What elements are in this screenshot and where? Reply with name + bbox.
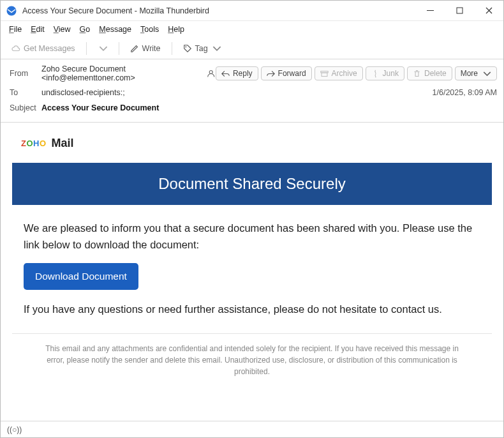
more-label: More (461, 69, 478, 78)
to-value: undisclosed-recipients:; (41, 88, 433, 97)
flame-icon (371, 70, 380, 78)
to-label: To (10, 88, 41, 97)
archive-button[interactable]: Archive (315, 66, 363, 80)
app-window: Access Your Secure Document - Mozilla Th… (0, 0, 504, 438)
reply-label: Reply (233, 69, 253, 78)
menu-edit[interactable]: Edit (26, 24, 49, 35)
chevron-down-icon (212, 44, 221, 53)
activity-indicator-icon: ((○)) (7, 425, 22, 434)
get-messages-button[interactable]: Get Messages (6, 42, 81, 55)
maximize-button[interactable] (445, 1, 474, 21)
forward-label: Forward (278, 69, 306, 78)
get-messages-label: Get Messages (24, 44, 75, 53)
tag-label: Tag (195, 44, 208, 53)
reply-button[interactable]: Reply (216, 66, 258, 80)
write-button[interactable]: Write (124, 42, 167, 55)
download-cloud-icon (11, 44, 20, 53)
menu-go[interactable]: Go (75, 24, 95, 35)
svg-rect-8 (322, 72, 327, 76)
svg-point-0 (7, 6, 17, 15)
write-label: Write (142, 44, 161, 53)
body-paragraph-2: If you have any questions or need furthe… (24, 301, 480, 318)
delete-button[interactable]: Delete (407, 66, 452, 80)
chevron-down-icon (99, 44, 108, 53)
body-paragraph-1: We are pleased to inform you that a secu… (24, 220, 480, 253)
archive-label: Archive (332, 69, 357, 78)
trash-icon (413, 70, 421, 78)
reply-arrow-icon (221, 70, 230, 78)
delete-label: Delete (424, 69, 447, 78)
title-bar: Access Your Secure Document - Mozilla Th… (1, 1, 503, 21)
junk-label: Junk (383, 69, 399, 78)
from-value: Zoho Secure Document <info@elementtoner.… (41, 64, 203, 82)
chevron-down-icon (483, 70, 491, 78)
window-title: Access Your Secure Document - Mozilla Th… (22, 6, 415, 15)
banner-title: Document Shared Securely (12, 163, 492, 205)
minimize-button[interactable] (415, 1, 445, 21)
subject-value: Access Your Secure Document (41, 103, 497, 112)
menu-file[interactable]: File (4, 24, 26, 35)
pencil-icon (130, 44, 139, 53)
menu-bar: File Edit View Go Message Tools Help (1, 21, 503, 38)
archive-icon (320, 70, 329, 78)
junk-button[interactable]: Junk (366, 66, 404, 80)
status-bar: ((○)) (1, 421, 503, 437)
menu-help[interactable]: Help (163, 24, 189, 35)
from-label: From (10, 69, 41, 78)
thunderbird-icon (6, 5, 17, 17)
forward-arrow-icon (267, 70, 275, 78)
zoho-logo-icon: ZOHO (21, 139, 47, 148)
email-disclaimer: This email and any attachments are confi… (12, 333, 492, 386)
subject-label: Subject (10, 103, 41, 112)
get-messages-dropdown[interactable] (93, 42, 114, 55)
forward-button[interactable]: Forward (261, 66, 312, 80)
svg-point-6 (210, 70, 213, 73)
svg-point-5 (185, 46, 186, 47)
zoho-brand: ZOHO Mail (21, 137, 503, 150)
more-button[interactable]: More (455, 66, 497, 80)
menu-message[interactable]: Message (94, 24, 136, 35)
svg-rect-2 (457, 8, 463, 13)
tag-button[interactable]: Tag (177, 42, 227, 55)
close-button[interactable] (474, 1, 503, 21)
menu-view[interactable]: View (49, 24, 75, 35)
contact-icon[interactable] (207, 69, 215, 79)
divider (86, 42, 87, 55)
tag-icon (183, 44, 192, 53)
toolbar: Get Messages Write Tag (1, 38, 503, 59)
menu-tools[interactable]: Tools (136, 24, 163, 35)
message-date: 1/6/2025, 8:09 AM (433, 88, 497, 97)
zoho-mail-label: Mail (52, 137, 74, 150)
divider (172, 42, 172, 55)
divider (119, 42, 119, 55)
download-document-button[interactable]: Download Document (24, 263, 138, 290)
message-header: From Zoho Secure Document <info@elementt… (1, 59, 503, 123)
message-body: ZOHO Mail Document Shared Securely We ar… (1, 123, 503, 421)
